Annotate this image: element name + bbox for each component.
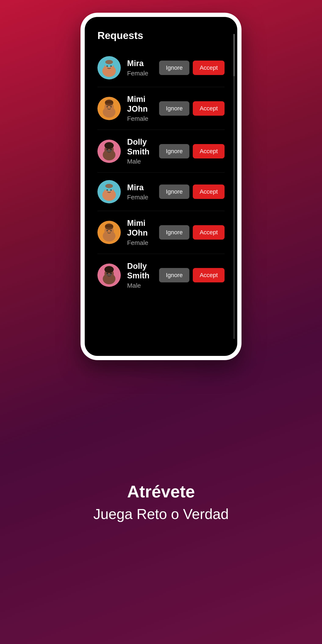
svg-rect-14	[105, 100, 113, 104]
svg-point-6	[105, 60, 113, 64]
svg-point-40	[104, 266, 114, 273]
svg-point-42	[110, 273, 112, 274]
ignore-button-3[interactable]: Ignore	[159, 144, 190, 158]
svg-point-12	[106, 106, 108, 108]
svg-point-5	[110, 66, 112, 67]
svg-point-19	[106, 149, 108, 150]
ignore-button-5[interactable]: Ignore	[159, 225, 190, 240]
action-buttons-1: Ignore Accept	[159, 60, 224, 75]
user-name-4: Mira	[127, 183, 153, 192]
phone-screen: Requests	[85, 17, 237, 356]
accept-button-6[interactable]: Accept	[193, 268, 224, 282]
action-buttons-4: Ignore Accept	[159, 184, 224, 199]
svg-point-13	[110, 106, 112, 108]
svg-point-20	[110, 149, 112, 150]
list-item: Mira Female Ignore Accept	[98, 52, 224, 84]
avatar-dolly-2	[98, 264, 121, 287]
avatar-mimi-1	[98, 97, 121, 120]
action-buttons-2: Ignore Accept	[159, 101, 224, 116]
svg-point-9	[103, 106, 116, 118]
ignore-button-1[interactable]: Ignore	[159, 60, 190, 75]
tagline-sub: Juega Reto o Verdad	[94, 506, 229, 522]
user-name-5: Mimi JOhn	[127, 218, 153, 238]
user-gender-3: Male	[127, 158, 153, 165]
user-gender-5: Female	[127, 239, 153, 246]
svg-rect-21	[106, 150, 112, 152]
svg-point-18	[104, 142, 114, 149]
svg-point-28	[105, 184, 113, 188]
phone-frame: Requests	[80, 13, 242, 360]
action-buttons-5: Ignore Accept	[159, 225, 224, 240]
user-info-1: Mira Female	[127, 59, 153, 77]
user-info-3: Dolly Smith Male	[127, 137, 153, 165]
user-info-6: Dolly Smith Male	[127, 262, 153, 289]
ignore-button-2[interactable]: Ignore	[159, 101, 190, 116]
accept-button-1[interactable]: Accept	[193, 60, 224, 75]
user-name-3: Dolly Smith	[127, 137, 153, 156]
list-item: Dolly Smith Male Ignore Accept	[98, 133, 224, 169]
scrollbar[interactable]	[234, 34, 235, 339]
action-buttons-6: Ignore Accept	[159, 268, 224, 282]
user-info-2: Mimi JOhn Female	[127, 94, 153, 122]
accept-button-5[interactable]: Accept	[193, 225, 224, 240]
list-item: Mira Female Ignore Accept	[98, 176, 224, 208]
svg-point-35	[110, 230, 112, 231]
user-gender-4: Female	[127, 194, 153, 201]
user-name-2: Mimi JOhn	[127, 94, 153, 114]
avatar-mimi-2	[98, 221, 121, 244]
user-info-4: Mira Female	[127, 183, 153, 201]
ignore-button-4[interactable]: Ignore	[159, 184, 190, 199]
user-name-6: Dolly Smith	[127, 262, 153, 281]
avatar-mira-2	[98, 180, 121, 203]
scrollbar-thumb	[234, 34, 235, 76]
svg-point-34	[106, 230, 108, 231]
user-gender-2: Female	[127, 115, 153, 122]
accept-button-2[interactable]: Accept	[193, 101, 224, 116]
tagline-main: Atrévete	[127, 482, 195, 502]
svg-point-27	[110, 190, 112, 191]
action-buttons-3: Ignore Accept	[159, 144, 224, 158]
requests-title: Requests	[98, 30, 224, 41]
svg-point-41	[106, 273, 108, 274]
accept-button-3[interactable]: Accept	[193, 144, 224, 158]
phone-wrapper: Requests	[80, 13, 242, 360]
svg-point-26	[106, 190, 108, 191]
accept-button-4[interactable]: Accept	[193, 184, 224, 199]
user-gender-6: Male	[127, 282, 153, 289]
list-item: Mimi JOhn Female Ignore Accept	[98, 214, 224, 250]
svg-point-31	[103, 230, 116, 242]
svg-rect-43	[106, 274, 112, 276]
avatar-dolly-1	[98, 140, 121, 163]
svg-rect-36	[105, 224, 113, 228]
list-item: Mimi JOhn Female Ignore Accept	[98, 90, 224, 126]
list-item: Dolly Smith Male Ignore Accept	[98, 257, 224, 294]
user-name-1: Mira	[127, 59, 153, 68]
request-list: Mira Female Ignore Accept	[98, 52, 224, 294]
user-info-5: Mimi JOhn Female	[127, 218, 153, 246]
user-gender-1: Female	[127, 70, 153, 77]
ignore-button-6[interactable]: Ignore	[159, 268, 190, 282]
svg-point-4	[106, 66, 108, 67]
bottom-section: Atrévete Juega Reto o Verdad	[94, 360, 229, 644]
avatar-mira-1	[98, 56, 121, 80]
